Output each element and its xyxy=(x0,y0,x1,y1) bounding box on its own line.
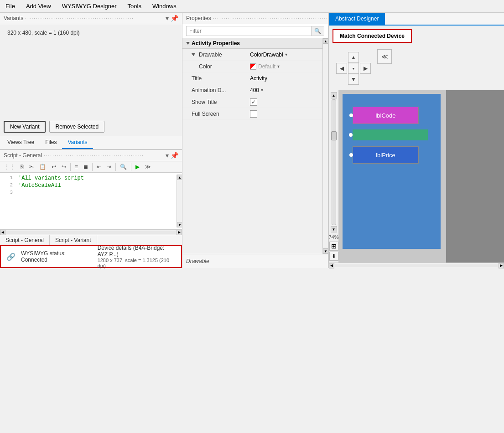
top-section: Variants ·······························… xyxy=(0,13,504,268)
tab-files[interactable]: Files xyxy=(40,136,62,149)
zoom-download-button[interactable]: ⬇ xyxy=(329,252,338,261)
toolbar-copy-icon[interactable]: ⎘ xyxy=(18,162,26,171)
toolbar-run2-icon[interactable]: ≫ xyxy=(143,162,153,171)
nav-left-button[interactable]: ◀ xyxy=(336,63,347,74)
designer-tabs: Abstract Designer xyxy=(329,13,504,26)
variants-dropdown-icon[interactable]: ▾ xyxy=(166,15,169,22)
menu-file[interactable]: File xyxy=(4,2,17,10)
show-title-checkbox[interactable]: ✓ xyxy=(250,98,257,106)
left-panel: Variants ·······························… xyxy=(0,13,182,268)
prop-value-drawable[interactable]: ColorDrawabl ▾ xyxy=(246,49,322,60)
menu-tools[interactable]: Tools xyxy=(126,2,143,10)
designer-tab-abstract[interactable]: Abstract Designer xyxy=(329,13,385,25)
drawable-triangle[interactable] xyxy=(192,53,195,56)
props-scroll-up[interactable]: ▲ xyxy=(323,38,328,44)
nav-right-button[interactable]: ▶ xyxy=(360,63,371,74)
toolbar-paste-icon[interactable]: 📋 xyxy=(37,162,48,171)
drawable-label: Drawable xyxy=(199,52,222,58)
filter-row: 🔍 xyxy=(182,24,328,38)
prop-row-full-screen: Full Screen xyxy=(182,108,322,120)
toolbar-align2-icon[interactable]: ≣ xyxy=(81,162,90,171)
nav-down-button[interactable]: ▼ xyxy=(348,74,359,85)
script-line-2: 2 'AutoScaleAll xyxy=(0,182,177,189)
script-panel: Script - General ·······················… xyxy=(0,149,182,245)
tab-variants[interactable]: Variants xyxy=(62,136,93,149)
new-variant-button[interactable]: New Variant xyxy=(4,121,46,133)
toolbar-redo-icon[interactable]: ↪ xyxy=(59,162,68,171)
variants-title-area: Variants ·······························… xyxy=(4,15,134,21)
script-toolbar: ⋮⋮ ⎘ ✂ 📋 ↩ ↪ ≡ ≣ ⇤ ⇥ 🔍 ▶ ≫ xyxy=(0,161,182,173)
widget-green-bar[interactable] xyxy=(353,129,428,140)
vslider-down[interactable]: ▼ xyxy=(331,226,337,232)
filter-input[interactable] xyxy=(186,26,312,36)
view-tabs: Views Tree Files Variants xyxy=(0,136,182,149)
remove-selected-button[interactable]: Remove Selected xyxy=(49,121,104,133)
section-triangle[interactable] xyxy=(186,42,190,45)
animation-value[interactable]: 400 ▾ xyxy=(250,87,263,93)
menu-wysiwyg[interactable]: WYSIWYG Designer xyxy=(60,2,119,10)
widget-lblPrice[interactable]: lblPrice xyxy=(353,146,419,164)
script-scrollbar[interactable]: ▲ ▼ xyxy=(177,175,182,227)
nav-row-top: ▲ xyxy=(336,52,371,63)
prop-value-title[interactable]: Activity xyxy=(246,72,322,84)
scrollbar-down-btn[interactable]: ▼ xyxy=(177,222,182,227)
tab-views-tree[interactable]: Views Tree xyxy=(2,136,40,149)
designer-hscroll-track xyxy=(335,264,498,267)
vslider-thumb[interactable] xyxy=(331,131,337,140)
full-screen-checkbox[interactable] xyxy=(250,110,257,118)
menu-add-view[interactable]: Add View xyxy=(24,2,53,10)
animation-val-text: 400 xyxy=(250,87,259,93)
prop-value-color[interactable]: Default ▾ xyxy=(246,61,322,72)
toolbar-search-icon[interactable]: 🔍 xyxy=(118,162,129,171)
zoom-fit-button[interactable]: ⊞ xyxy=(329,242,338,251)
color-swatch[interactable] xyxy=(250,63,256,70)
toolbar-align1-icon[interactable]: ≡ xyxy=(73,162,80,171)
script-pin-icon[interactable]: 📌 xyxy=(171,152,178,159)
hscroll-left-btn[interactable]: ◀ xyxy=(0,230,5,235)
nav-center-button[interactable]: ● xyxy=(348,63,359,74)
widget-lblCode[interactable]: lblCode xyxy=(353,107,419,124)
scrollbar-up-btn[interactable]: ▲ xyxy=(177,175,182,180)
props-dots: ········································… xyxy=(213,16,328,21)
nav-up-button[interactable]: ▲ xyxy=(348,52,359,63)
toolbar-indent-icon[interactable]: ⇤ xyxy=(94,162,104,171)
script-line-1: 1 'All variants script xyxy=(0,175,177,182)
designer-hscroll-left[interactable]: ◀ xyxy=(329,263,334,268)
drawable-value[interactable]: ColorDrawabl ▾ xyxy=(250,52,287,58)
props-scrollbar[interactable]: ▲ ▼ xyxy=(322,38,328,254)
prop-value-full-screen[interactable] xyxy=(246,108,322,119)
device-screen: lblCode lblPrice xyxy=(343,94,441,249)
search-icon[interactable]: 🔍 xyxy=(312,26,324,36)
designer-hscroll-right[interactable]: ▶ xyxy=(499,263,504,268)
menu-windows[interactable]: Windows xyxy=(151,2,178,10)
line-num-3: 3 xyxy=(0,190,18,195)
toolbar-undo-icon[interactable]: ↩ xyxy=(49,162,58,171)
script-tab-variant[interactable]: Script - Variant xyxy=(50,235,97,245)
variants-pin-icon[interactable]: 📌 xyxy=(171,15,178,22)
toolbar-sep1 xyxy=(70,163,71,171)
color-dd-arrow[interactable]: ▾ xyxy=(277,64,280,69)
toolbar-cut-icon[interactable]: ✂ xyxy=(27,162,36,171)
menu-bar: File Add View WYSIWYG Designer Tools Win… xyxy=(0,0,504,13)
prop-value-show-title[interactable]: ✓ xyxy=(246,96,322,108)
script-dropdown-icon[interactable]: ▾ xyxy=(166,152,169,159)
toolbar-outdent-icon[interactable]: ⇥ xyxy=(104,162,114,171)
props-scroll-down[interactable]: ▼ xyxy=(323,248,328,254)
prop-value-animation[interactable]: 400 ▾ xyxy=(246,84,322,96)
toolbar-run-icon[interactable]: ▶ xyxy=(133,162,142,171)
hscroll-right-btn[interactable]: ▶ xyxy=(177,230,182,235)
script-content[interactable]: 1 'All variants script 2 'AutoScaleAll 3… xyxy=(0,173,182,229)
vslider-up[interactable]: ▲ xyxy=(331,92,337,98)
match-device-button[interactable]: Match Connected Device xyxy=(333,29,412,43)
variant-item[interactable]: 320 x 480, scale = 1 (160 dpi) xyxy=(4,28,178,38)
dot-lbl-code xyxy=(349,113,353,117)
line-code-2: 'AutoScaleAll xyxy=(18,182,61,189)
designer-hscroll[interactable]: ◀ ▶ xyxy=(329,263,504,268)
animation-dd-arrow[interactable]: ▾ xyxy=(261,88,263,93)
script-hscroll[interactable]: ◀ ▶ xyxy=(0,229,182,235)
script-tab-general[interactable]: Script - General xyxy=(0,235,50,245)
drawable-dd-arrow[interactable]: ▾ xyxy=(285,52,287,57)
variants-dots: ········································… xyxy=(25,16,134,21)
designer-canvas[interactable]: lblCode lblPrice xyxy=(339,90,504,263)
nav-back-button[interactable]: ≪ xyxy=(377,49,392,64)
